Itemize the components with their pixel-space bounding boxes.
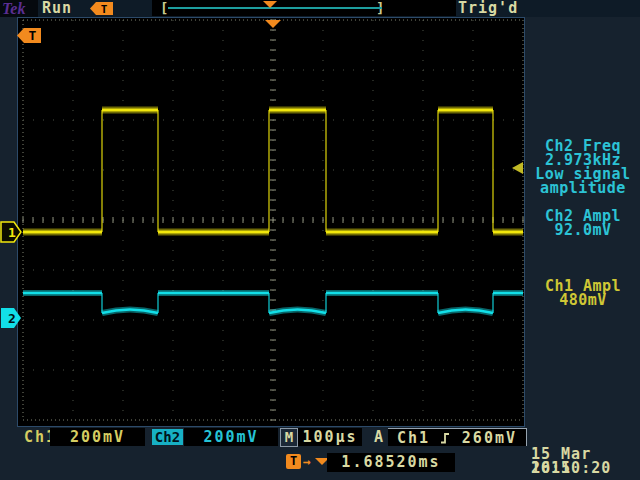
trigger-position-readout: 1.68520ms xyxy=(327,453,455,472)
time-label: 16:50:20 xyxy=(531,461,611,475)
ch2-label-chip: Ch2 xyxy=(152,429,183,445)
ch1-ground-marker-label: 1 xyxy=(8,225,16,240)
trigger-readout-box: Ch1 260mV xyxy=(388,428,527,446)
ch1-scale-readout: 200mV xyxy=(50,428,145,446)
trigger-t-flag-icon-header: T xyxy=(89,2,115,16)
measurement-line: amplitude xyxy=(526,181,640,195)
measurement-line: 92.0mV xyxy=(526,223,640,237)
trigger-arrow-icon: → xyxy=(303,454,311,469)
header-bar: Tek Run T [ ] Trig'd xyxy=(0,0,640,17)
trigger-position-marker-icon xyxy=(263,1,277,8)
timebase-label-chip: M xyxy=(280,428,298,447)
trigger-t-flag-icon-bottom: T xyxy=(286,454,301,469)
measurement-ch1-ampl: Ch1 Ampl 480mV xyxy=(526,279,640,307)
oscilloscope-screen: { "header": { "logo": "Tek", "acq_status… xyxy=(0,0,640,480)
ch2-ground-marker-label: 2 xyxy=(8,311,16,326)
trigger-level: 260mV xyxy=(462,429,517,447)
scope-display xyxy=(17,17,525,427)
measurement-ch2-ampl: Ch2 Ampl 92.0mV xyxy=(526,209,640,237)
trigger-source: Ch1 xyxy=(397,429,430,447)
measurement-line: 480mV xyxy=(526,293,640,307)
rising-edge-icon xyxy=(439,431,453,445)
tek-logo-box: Tek xyxy=(0,0,38,17)
acquisition-status: Run xyxy=(42,0,72,17)
trigger-status: Trig'd xyxy=(458,0,518,17)
measurement-ch2-freq: Ch2 Freq 2.973kHz Low signal amplitude xyxy=(526,139,640,195)
svg-text:T: T xyxy=(101,3,108,16)
ch2-scale-readout: 200mV xyxy=(184,428,278,446)
record-view-bar: [ ] xyxy=(152,0,456,16)
trigger-system-label: A xyxy=(374,428,385,446)
tek-logo: Tek xyxy=(2,0,25,17)
timebase-readout: 100µs xyxy=(298,428,362,446)
